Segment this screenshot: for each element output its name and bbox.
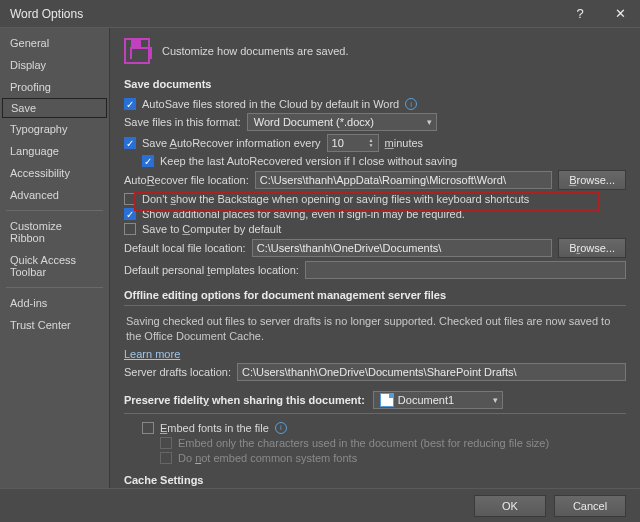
help-button[interactable]: ?: [560, 0, 600, 28]
category-sidebar: GeneralDisplayProofingSaveTypographyLang…: [0, 28, 110, 488]
window-title: Word Options: [10, 7, 83, 21]
input-default-templates[interactable]: [305, 261, 626, 279]
input-autorecover-minutes[interactable]: 10 ▲▼: [327, 134, 379, 152]
input-autorecover-location[interactable]: C:\Users\thanh\AppData\Roaming\Microsoft…: [255, 171, 552, 189]
dropdown-save-format[interactable]: Word Document (*.docx) ▾: [247, 113, 437, 131]
sidebar-item-advanced[interactable]: Advanced: [0, 184, 109, 206]
browse-autorecover-button[interactable]: Browse...: [558, 170, 626, 190]
checkbox-show-additional[interactable]: ✓: [124, 208, 136, 220]
dropdown-preserve-document[interactable]: Document1 ▾: [373, 391, 503, 409]
label-default-local: Default local file location:: [124, 242, 246, 254]
checkbox-autosave-cloud[interactable]: ✓: [124, 98, 136, 110]
checkbox-embed-only: [160, 437, 172, 449]
section-save-documents: Save documents: [124, 78, 626, 90]
ok-button[interactable]: OK: [474, 495, 546, 517]
sidebar-item-quick-access-toolbar[interactable]: Quick Access Toolbar: [0, 249, 109, 283]
close-button[interactable]: ✕: [600, 0, 640, 28]
options-content: Customize how documents are saved. Save …: [110, 28, 640, 488]
sidebar-item-trust-center[interactable]: Trust Center: [0, 314, 109, 336]
checkbox-embed-fonts[interactable]: [142, 422, 154, 434]
browse-default-local-button[interactable]: Browse...: [558, 238, 626, 258]
sidebar-item-customize-ribbon[interactable]: Customize Ribbon: [0, 215, 109, 249]
sidebar-item-accessibility[interactable]: Accessibility: [0, 162, 109, 184]
checkbox-keep-last[interactable]: ✓: [142, 155, 154, 167]
label-show-additional: Show additional places for saving, even …: [142, 208, 465, 220]
save-icon: [124, 38, 150, 64]
checkbox-do-not-embed: [160, 452, 172, 464]
dialog-footer: OK Cancel: [0, 488, 640, 522]
label-autorecover-location: AutoRecover file location:: [124, 174, 249, 186]
label-do-not-embed: Do not embed common system fonts: [178, 452, 357, 464]
sidebar-item-save[interactable]: Save: [2, 98, 107, 118]
chevron-down-icon: ▾: [493, 395, 498, 405]
sidebar-item-language[interactable]: Language: [0, 140, 109, 162]
checkbox-save-to-computer[interactable]: [124, 223, 136, 235]
label-dont-show-backstage: Don't show the Backstage when opening or…: [142, 193, 529, 205]
cancel-button[interactable]: Cancel: [554, 495, 626, 517]
label-server-drafts: Server drafts location:: [124, 366, 231, 378]
section-preserve-fidelity: Preserve fidelity when sharing this docu…: [124, 391, 626, 414]
label-embed-only: Embed only the characters used in the do…: [178, 437, 549, 449]
sidebar-item-general[interactable]: General: [0, 32, 109, 54]
chevron-down-icon: ▾: [427, 117, 432, 127]
document-icon: [380, 393, 394, 407]
sidebar-item-typography[interactable]: Typography: [0, 118, 109, 140]
label-save-to-computer: Save to Computer by default: [142, 223, 281, 235]
offline-note: Saving checked out files to server draft…: [126, 314, 626, 345]
input-server-drafts[interactable]: C:\Users\thanh\OneDrive\Documents\ShareP…: [237, 363, 626, 381]
title-bar: Word Options ? ✕: [0, 0, 640, 28]
input-default-local[interactable]: C:\Users\thanh\OneDrive\Documents\: [252, 239, 552, 257]
sidebar-separator: [6, 287, 103, 288]
label-default-templates: Default personal templates location:: [124, 264, 299, 276]
link-learn-more[interactable]: Learn more: [124, 348, 180, 360]
sidebar-item-display[interactable]: Display: [0, 54, 109, 76]
info-icon[interactable]: i: [405, 98, 417, 110]
label-autosave-cloud: AutoSave files stored in the Cloud by de…: [142, 98, 399, 110]
section-cache: Cache Settings: [124, 474, 626, 488]
page-subtitle: Customize how documents are saved.: [162, 45, 348, 57]
checkbox-autorecover[interactable]: ✓: [124, 137, 136, 149]
sidebar-item-add-ins[interactable]: Add-ins: [0, 292, 109, 314]
label-save-format: Save files in this format:: [124, 116, 241, 128]
label-autorecover-pre: Save AutoRecover information every: [142, 137, 321, 149]
sidebar-separator: [6, 210, 103, 211]
label-autorecover-post: minutes: [385, 137, 424, 149]
section-offline: Offline editing options for document man…: [124, 289, 626, 306]
label-embed-fonts: Embed fonts in the file: [160, 422, 269, 434]
sidebar-item-proofing[interactable]: Proofing: [0, 76, 109, 98]
info-icon[interactable]: i: [275, 422, 287, 434]
label-keep-last: Keep the last AutoRecovered version if I…: [160, 155, 457, 167]
checkbox-dont-show-backstage[interactable]: [124, 193, 136, 205]
